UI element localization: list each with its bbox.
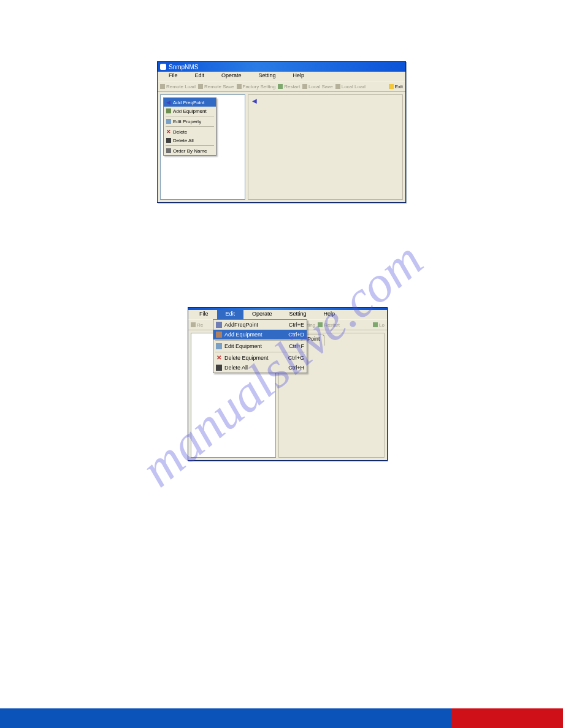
add-equipment-icon — [216, 332, 222, 338]
app-icon — [160, 64, 166, 70]
ctx-delete-all[interactable]: Delete All — [164, 136, 216, 145]
edit-delete-equipment[interactable]: ✕Delete EquipmentCtrl+G — [213, 353, 307, 363]
ctx-add-equipment[interactable]: Add Equipment — [164, 107, 216, 115]
menu-help[interactable]: Help — [285, 72, 313, 81]
ctx-delete[interactable]: ✕Delete — [164, 127, 216, 136]
menu-edit[interactable]: Edit — [186, 72, 213, 81]
page-footer — [0, 708, 563, 728]
delete-all-icon — [216, 365, 222, 371]
menu-setting[interactable]: Setting — [281, 310, 315, 319]
tb-local-load[interactable]: Local Load — [335, 84, 366, 89]
ctx-add-freqpoint[interactable]: ◀Add FreqPoint — [164, 98, 216, 107]
context-menu: ◀Add FreqPoint Add Equipment Edit Proper… — [163, 97, 216, 156]
app-window-1: SnmpNMS File Edit Operate Setting Help R… — [157, 61, 406, 203]
ctx-separator — [166, 145, 214, 146]
tree-pane[interactable]: ◀Add FreqPoint Add Equipment Edit Proper… — [160, 94, 245, 200]
ctx-separator — [166, 126, 214, 127]
menu-edit[interactable]: Edit — [217, 310, 244, 319]
ctx-separator — [166, 116, 214, 116]
edit-add-freqpoint[interactable]: AddFreqPointCtrl+E — [213, 320, 307, 330]
edit-separator — [215, 340, 305, 341]
edit-dropdown-menu: AddFreqPointCtrl+E Add EquipmentCtrl+D E… — [213, 319, 307, 373]
menubar: File Edit Operate Setting Help — [158, 72, 405, 81]
tb-exit[interactable]: Exit — [389, 84, 403, 89]
edit-separator — [215, 352, 305, 352]
tb-restart[interactable]: Restart — [318, 322, 340, 328]
trash-icon — [166, 138, 171, 143]
menu-file[interactable]: File — [160, 72, 186, 81]
delete-equipment-icon: ✕ — [216, 355, 222, 361]
pointer-arrow-icon: ◀ — [252, 97, 257, 104]
menu-operate[interactable]: Operate — [213, 72, 250, 81]
edit-add-equipment[interactable]: Add EquipmentCtrl+D — [213, 330, 307, 339]
add-icon — [166, 108, 171, 113]
menu-setting[interactable]: Setting — [250, 72, 285, 81]
menu-operate[interactable]: Operate — [243, 310, 281, 319]
tb-left[interactable]: Re — [191, 322, 203, 328]
order-icon — [166, 148, 171, 153]
detail-pane: ◀ — [248, 94, 403, 200]
tb-restart[interactable]: Restart — [278, 84, 300, 89]
ctx-order-by-name[interactable]: Order By Name — [164, 146, 216, 155]
menu-file[interactable]: File — [191, 310, 217, 319]
tb-local-save[interactable]: Local Save — [302, 84, 333, 89]
footer-red — [451, 708, 563, 728]
add-freqpoint-icon — [216, 322, 222, 328]
menu-help[interactable]: Help — [315, 310, 344, 319]
tb-remote-load[interactable]: Remote Load — [160, 84, 196, 89]
edit-edit-equipment[interactable]: Edit EquipmentCtrl+F — [213, 341, 307, 351]
toolbar: Remote Load Remote Save Factory Setting … — [158, 81, 405, 92]
window-title: SnmpNMS — [169, 64, 198, 70]
menubar: File Edit Operate Setting Help — [188, 310, 387, 319]
ctx-edit-property[interactable]: Edit Property — [164, 117, 216, 126]
tb-remote-save[interactable]: Remote Save — [198, 84, 234, 89]
arrow-icon: ◀ — [166, 100, 171, 105]
save-icon — [373, 322, 378, 327]
delete-icon: ✕ — [166, 129, 171, 134]
titlebar: SnmpNMS — [158, 62, 405, 72]
edit-equipment-icon — [216, 343, 222, 349]
footer-blue — [0, 708, 451, 728]
app-window-2: File Edit Operate Setting Help Re Settin… — [188, 307, 388, 461]
exit-icon — [389, 84, 394, 89]
edit-icon — [166, 119, 171, 124]
edit-delete-all[interactable]: Delete AllCtrl+H — [213, 363, 307, 373]
tb-right[interactable]: Lo — [373, 322, 385, 328]
tb-factory-setting[interactable]: Factory Setting — [237, 84, 276, 89]
